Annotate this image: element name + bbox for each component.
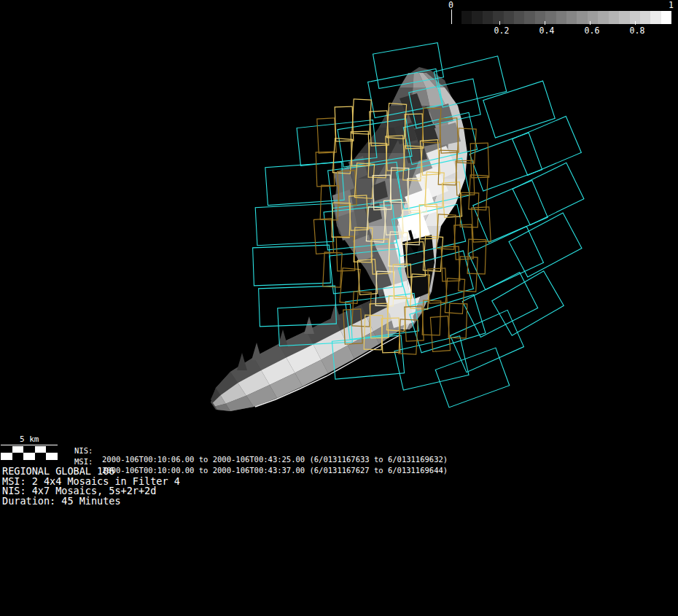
colorbar-step — [577, 11, 587, 24]
nis-footprint — [513, 163, 584, 225]
nis-footprint — [509, 213, 582, 277]
msi-footprint — [313, 219, 333, 254]
colorbar-tick-label: 0.6 — [585, 26, 600, 36]
nis-footprint — [469, 133, 542, 191]
info-duration: Duration: 45 Minutes — [2, 496, 121, 506]
msi-footprint — [448, 303, 467, 338]
colorbar-tick-mark — [635, 21, 636, 25]
msi-footprint — [340, 268, 360, 304]
colorbar-step — [609, 11, 619, 24]
msi-footprint — [441, 246, 460, 281]
nis-footprint — [265, 162, 344, 205]
colorbar-zero-tick — [451, 9, 452, 24]
asteroid-footprint-canvas[interactable] — [0, 0, 678, 616]
nis-footprint — [255, 203, 334, 245]
nis-footprint — [469, 226, 544, 289]
colorbar-step — [504, 11, 514, 24]
colorbar-tick-label: 0.2 — [494, 26, 510, 36]
colorbar: 0 1 0.20.40.60.8 — [0, 0, 678, 40]
colorbar-step — [556, 11, 566, 24]
colorbar-step — [493, 11, 503, 24]
nis-footprint — [253, 245, 331, 286]
colorbar-step — [650, 11, 661, 24]
colorbar-max-label: 1 — [669, 1, 674, 9]
nis-footprint — [513, 117, 582, 176]
nis-footprint — [259, 286, 337, 327]
msi-footprint — [317, 118, 336, 153]
msi-footprint — [316, 152, 335, 187]
colorbar-tick-mark — [590, 21, 591, 25]
colorbar-step — [472, 11, 482, 24]
colorbar-step — [598, 11, 608, 24]
colorbar-step — [619, 11, 629, 24]
colorbar-step — [514, 11, 524, 24]
colorbar-step — [661, 11, 671, 24]
colorbar-tick-label: 0.4 — [539, 26, 555, 36]
colorbar-step — [483, 11, 493, 24]
colorbar-step — [545, 11, 556, 24]
nis-footprint — [473, 180, 548, 242]
nis-footprint — [394, 336, 469, 390]
colorbar-tick-mark — [545, 21, 545, 25]
colorbar-step — [640, 11, 650, 24]
nis-footprint — [297, 120, 377, 166]
status-msi-value: 2000-106T00:10:00.00 to 2000-106T00:43:3… — [102, 466, 448, 475]
colorbar-step — [566, 11, 577, 24]
nis-footprint — [483, 81, 555, 138]
msi-footprint — [352, 99, 371, 134]
colorbar-step — [524, 11, 534, 24]
colorbar-gradient — [461, 11, 671, 24]
colorbar-tick-mark — [499, 21, 500, 25]
colorbar-step — [461, 11, 472, 24]
asteroid-spike — [237, 353, 247, 370]
visualization-stage: 0 1 0.20.40.60.8 5 km NIS: 2000-106T00:1… — [0, 0, 678, 616]
colorbar-min-label: 0 — [448, 1, 453, 9]
colorbar-tick-label: 0.8 — [630, 26, 645, 36]
nis-footprint — [435, 348, 510, 408]
asteroid-spike — [252, 343, 262, 360]
